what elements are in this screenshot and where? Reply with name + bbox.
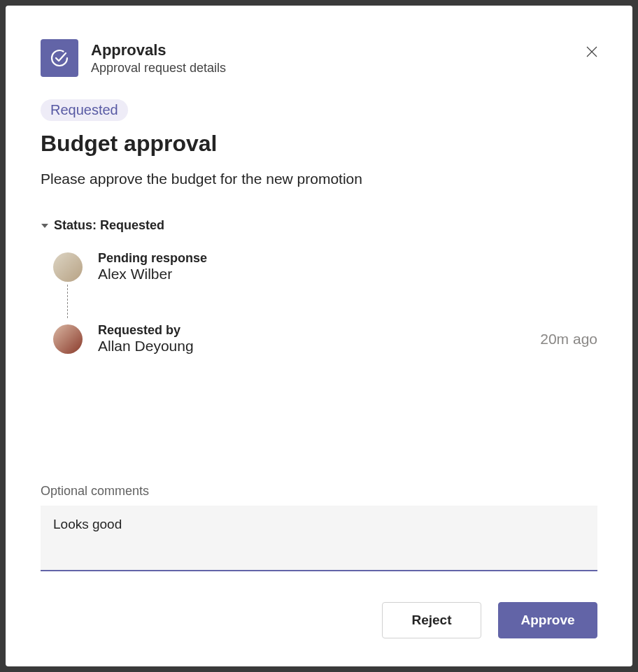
status-badge: Requested [41,99,128,121]
caret-down-icon [41,222,49,230]
approval-dialog: Approvals Approval request details Reque… [6,6,632,666]
app-title: Approvals [91,41,226,61]
reject-button[interactable]: Reject [382,602,481,638]
checkmark-circle-icon [48,47,71,69]
dialog-header: Approvals Approval request details [41,39,597,77]
avatar [53,324,83,354]
approver-status-label: Pending response [98,251,207,266]
request-description: Please approve the budget for the new pr… [41,171,597,187]
approvals-app-icon [41,39,78,77]
avatar [53,252,83,282]
status-section-label: Status: Requested [54,218,164,233]
approver-name: Allan Deyoung [98,338,194,355]
approver-row: Pending response Alex Wilber [53,247,597,287]
approve-button[interactable]: Approve [498,602,597,638]
requested-time: 20m ago [540,331,597,348]
header-text: Approvals Approval request details [91,41,226,76]
close-button[interactable] [581,41,603,63]
approver-status-label: Requested by [98,323,194,338]
approver-list: Pending response Alex Wilber Requested b… [53,247,597,359]
approver-row: Requested by Allan Deyoung 20m ago [53,319,597,359]
comments-input[interactable] [41,506,597,571]
action-buttons: Reject Approve [41,602,597,638]
approver-text: Requested by Allan Deyoung [98,323,194,355]
approver-connector [67,285,68,318]
approver-text: Pending response Alex Wilber [98,251,207,283]
close-icon [586,46,597,57]
status-section-toggle[interactable]: Status: Requested [41,218,597,233]
approver-name: Alex Wilber [98,266,207,283]
request-title: Budget approval [41,131,597,157]
app-subtitle: Approval request details [91,61,226,76]
comments-label: Optional comments [41,484,597,499]
